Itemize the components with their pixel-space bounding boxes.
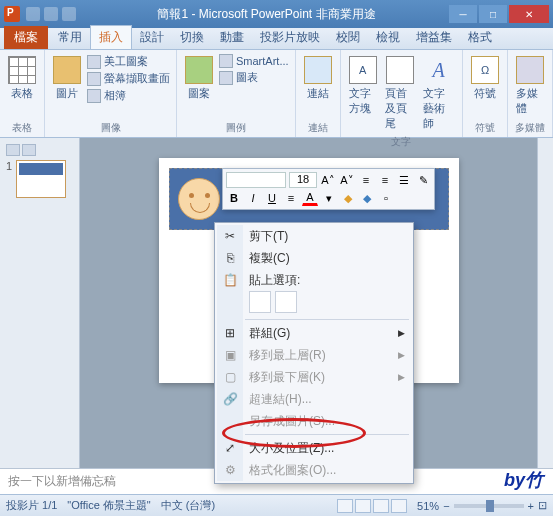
symbol-button[interactable]: Ω 符號 xyxy=(469,54,501,103)
slideshow-view-icon[interactable] xyxy=(391,499,407,513)
clipart-button[interactable]: 美工圖案 xyxy=(87,54,170,69)
menu-bring-front[interactable]: ▣移到最上層(R)▶ xyxy=(217,344,411,366)
status-theme: "Office 佈景主題" xyxy=(67,498,150,513)
close-button[interactable]: ✕ xyxy=(509,5,549,23)
group-label-illus: 圖例 xyxy=(226,119,246,135)
zoom-control[interactable]: 51% − + ⊡ xyxy=(417,499,547,512)
menu-cut[interactable]: ✂剪下(T) xyxy=(217,225,411,247)
view-buttons[interactable] xyxy=(337,499,407,513)
wordart-button[interactable]: A 文字藝術師 xyxy=(421,54,456,133)
album-button[interactable]: 相簿 xyxy=(87,88,170,103)
picture-button[interactable]: 圖片 xyxy=(51,54,83,103)
thumbnail-tabs[interactable] xyxy=(6,144,73,156)
tab-transition[interactable]: 切換 xyxy=(172,26,212,49)
bullets-icon[interactable]: ☰ xyxy=(396,172,412,188)
picture-label: 圖片 xyxy=(56,86,78,101)
minimize-button[interactable]: ─ xyxy=(449,5,477,23)
bold-icon[interactable]: B xyxy=(226,190,242,206)
group-label-symbol: 符號 xyxy=(475,119,495,135)
status-bar: 投影片 1/1 "Office 佈景主題" 中文 (台灣) 51% − + ⊡ xyxy=(0,494,553,516)
menu-hyperlink[interactable]: 🔗超連結(H)... xyxy=(217,388,411,410)
smiley-face-shape[interactable] xyxy=(178,178,220,220)
clipart-icon xyxy=(87,55,101,69)
slide-thumbnail-pane[interactable]: 1 xyxy=(0,138,80,468)
menu-paste-options-label: 📋貼上選項: xyxy=(217,269,411,291)
menu-size-position[interactable]: ⤢大小及位置(Z)... xyxy=(217,437,411,459)
font-color-icon[interactable]: ▾ xyxy=(321,190,337,206)
tab-insert[interactable]: 插入 xyxy=(90,25,132,49)
format-painter-icon[interactable]: ✎ xyxy=(415,172,431,188)
status-language[interactable]: 中文 (台灣) xyxy=(161,498,215,513)
format-pic-icon: ⚙ xyxy=(222,462,238,478)
tab-file[interactable]: 檔案 xyxy=(4,26,48,49)
menu-copy-label: 複製(C) xyxy=(249,250,290,267)
tab-design[interactable]: 設計 xyxy=(132,26,172,49)
tab-slideshow[interactable]: 投影片放映 xyxy=(252,26,328,49)
zoom-out-icon[interactable]: − xyxy=(443,500,449,512)
tab-home[interactable]: 常用 xyxy=(50,26,90,49)
group-label-media: 多媒體 xyxy=(515,119,545,135)
mini-toolbar[interactable]: 18 A˄ A˅ ≡ ≡ ☰ ✎ B I U ≡ A ▾ ◆ ◆ ▫ xyxy=(222,168,435,210)
fit-window-icon[interactable]: ⊡ xyxy=(538,499,547,512)
zoom-percent[interactable]: 51% xyxy=(417,500,439,512)
qat-redo-icon[interactable] xyxy=(62,7,76,21)
maximize-button[interactable]: □ xyxy=(479,5,507,23)
tab-format[interactable]: 格式 xyxy=(460,26,500,49)
vertical-scrollbar[interactable] xyxy=(537,138,553,468)
align-icon[interactable]: ≡ xyxy=(283,190,299,206)
menu-format-picture[interactable]: ⚙格式化圖案(O)... xyxy=(217,459,411,481)
wordart-label: 文字藝術師 xyxy=(423,86,454,131)
textbox-button[interactable]: A 文字方塊 xyxy=(347,54,379,118)
text-highlight-icon[interactable]: A xyxy=(302,190,318,206)
shape-outline-icon[interactable]: ◆ xyxy=(359,190,375,206)
normal-view-icon[interactable] xyxy=(337,499,353,513)
paste-option-1[interactable] xyxy=(249,291,271,313)
screenshot-button[interactable]: 螢幕擷取畫面 xyxy=(87,71,170,86)
paste-label: 貼上選項: xyxy=(249,272,300,289)
hyperlink-button[interactable]: 連結 xyxy=(302,54,334,103)
size-position-icon: ⤢ xyxy=(222,440,238,456)
zoom-slider[interactable] xyxy=(454,504,524,508)
context-menu[interactable]: ✂剪下(T) ⎘複製(C) 📋貼上選項: ⊞群組(G)▶ ▣移到最上層(R)▶ … xyxy=(214,222,414,484)
arrange-icon[interactable]: ▫ xyxy=(378,190,394,206)
menu-group[interactable]: ⊞群組(G)▶ xyxy=(217,322,411,344)
underline-icon[interactable]: U xyxy=(264,190,280,206)
slide-thumbnail-1[interactable]: 1 xyxy=(6,160,73,198)
tab-view[interactable]: 檢視 xyxy=(368,26,408,49)
table-label: 表格 xyxy=(11,86,33,101)
decrease-indent-icon[interactable]: ≡ xyxy=(358,172,374,188)
increase-indent-icon[interactable]: ≡ xyxy=(377,172,393,188)
italic-icon[interactable]: I xyxy=(245,190,261,206)
menu-save-as-pic-label: 另存成圖片(S)... xyxy=(249,413,335,430)
submenu-arrow-icon: ▶ xyxy=(398,328,405,338)
sorter-view-icon[interactable] xyxy=(355,499,371,513)
menu-save-as-pic[interactable]: 另存成圖片(S)... xyxy=(217,410,411,432)
paste-option-2[interactable] xyxy=(275,291,297,313)
grow-font-icon[interactable]: A˄ xyxy=(320,172,336,188)
menu-copy[interactable]: ⎘複製(C) xyxy=(217,247,411,269)
shape-fill-icon[interactable]: ◆ xyxy=(340,190,356,206)
submenu-arrow-icon: ▶ xyxy=(398,350,405,360)
font-size-combo[interactable]: 18 xyxy=(289,172,317,188)
qat-undo-icon[interactable] xyxy=(44,7,58,21)
menu-send-back[interactable]: ▢移到最下層(K)▶ xyxy=(217,366,411,388)
symbol-icon: Ω xyxy=(471,56,499,84)
chart-button[interactable]: 圖表 xyxy=(219,70,289,85)
font-family-combo[interactable] xyxy=(226,172,286,188)
qat-save-icon[interactable] xyxy=(26,7,40,21)
window-titlebar: 簡報1 - Microsoft PowerPoint 非商業用途 ─ □ ✕ xyxy=(0,0,553,28)
headerfooter-button[interactable]: 頁首及頁尾 xyxy=(383,54,418,133)
reading-view-icon[interactable] xyxy=(373,499,389,513)
quick-access-toolbar[interactable] xyxy=(26,7,76,21)
zoom-in-icon[interactable]: + xyxy=(528,500,534,512)
table-button[interactable]: 表格 xyxy=(6,54,38,103)
tab-addins[interactable]: 增益集 xyxy=(408,26,460,49)
tab-review[interactable]: 校閱 xyxy=(328,26,368,49)
symbol-label: 符號 xyxy=(474,86,496,101)
media-button[interactable]: 多媒體 xyxy=(514,54,546,118)
tab-animation[interactable]: 動畫 xyxy=(212,26,252,49)
paste-options xyxy=(217,291,411,317)
shrink-font-icon[interactable]: A˅ xyxy=(339,172,355,188)
shapes-button[interactable]: 圖案 xyxy=(183,54,215,103)
smartart-button[interactable]: SmartArt... xyxy=(219,54,289,68)
